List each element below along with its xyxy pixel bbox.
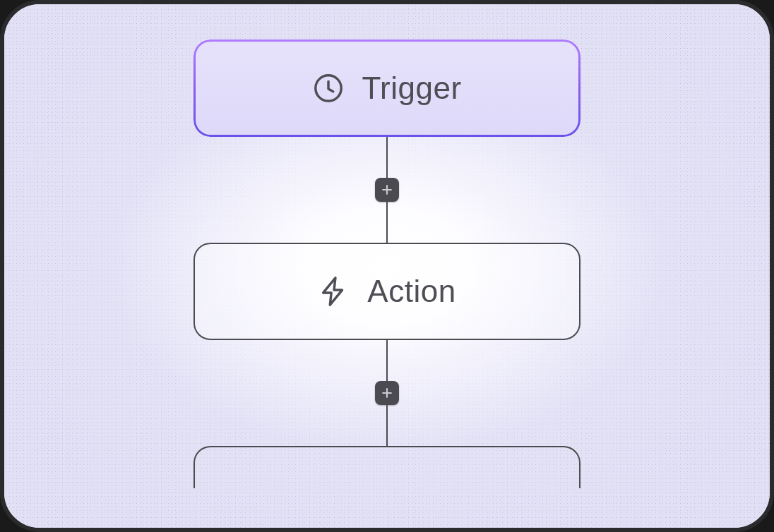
connector-line xyxy=(386,202,388,243)
workflow-flow: Trigger Action xyxy=(194,40,580,488)
connector-line xyxy=(386,405,388,446)
trigger-node[interactable]: Trigger xyxy=(194,40,580,137)
plus-icon xyxy=(380,183,394,197)
connector-line xyxy=(386,340,388,381)
next-node-placeholder[interactable] xyxy=(194,446,580,488)
add-step-button-1[interactable] xyxy=(375,178,399,202)
clock-icon xyxy=(312,72,345,104)
add-step-button-2[interactable] xyxy=(375,381,399,405)
plus-icon xyxy=(380,386,394,400)
connector-line xyxy=(386,137,388,178)
bolt-icon xyxy=(318,275,350,308)
workflow-canvas: Trigger Action xyxy=(0,0,774,532)
trigger-label: Trigger xyxy=(362,71,461,106)
action-node[interactable]: Action xyxy=(194,243,580,340)
action-label: Action xyxy=(367,274,456,309)
